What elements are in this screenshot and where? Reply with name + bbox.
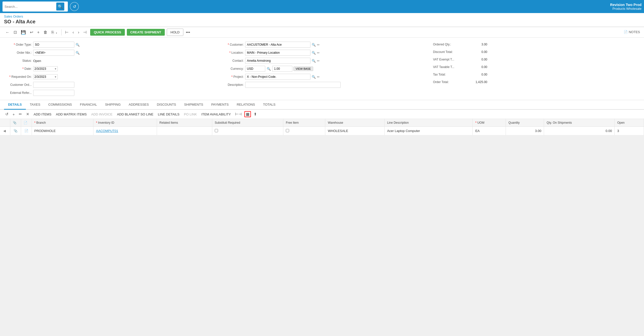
last-button[interactable]: ⊣: [82, 29, 88, 36]
save-local-button[interactable]: ⊡: [12, 29, 18, 36]
project-lookup[interactable]: 🔍: [311, 75, 316, 79]
vat-exempt-value: 0.00: [467, 58, 487, 61]
contact-lookup[interactable]: 🔍: [311, 59, 316, 63]
breadcrumb-parent[interactable]: Sales Orders: [4, 15, 23, 18]
history-button[interactable]: ↺: [70, 2, 79, 11]
tab-shipments[interactable]: SHIPMENTS: [180, 100, 207, 110]
copy-button[interactable]: ⎘ ▾: [50, 29, 59, 36]
order-type-input[interactable]: [33, 42, 74, 48]
requested-on-value[interactable]: [33, 75, 53, 79]
notes-button[interactable]: 📄 NOTES: [624, 30, 640, 34]
project-label: Project:: [216, 75, 244, 79]
tab-commissions[interactable]: COMMISSIONS: [44, 100, 76, 110]
fit-columns-button[interactable]: ⊢⊣: [234, 111, 243, 117]
view-base-button[interactable]: VIEW BASE: [293, 66, 313, 71]
free-item-checkbox[interactable]: [286, 129, 289, 132]
currency-rate-input[interactable]: [272, 66, 292, 72]
line-items-table: 📎 📄 Branch Inventory ID Related Items Su…: [0, 119, 644, 135]
project-input[interactable]: [245, 74, 310, 80]
tab-relations[interactable]: RELATIONS: [233, 100, 259, 110]
currency-lookup[interactable]: 🔍: [266, 67, 271, 71]
back-button[interactable]: ←: [4, 29, 11, 36]
item-availability-button[interactable]: ITEM AVAILABILITY: [200, 112, 232, 117]
tab-totals[interactable]: TOTALS: [259, 100, 279, 110]
hold-button[interactable]: HOLD: [167, 29, 183, 36]
more-button[interactable]: •••: [184, 29, 192, 36]
currency-input[interactable]: [245, 66, 265, 72]
location-input[interactable]: [245, 50, 310, 56]
tax-total-value: 0.00: [467, 73, 487, 76]
requested-on-input[interactable]: ▼: [33, 74, 58, 79]
row-free-item[interactable]: [283, 127, 325, 135]
add-button[interactable]: +: [36, 29, 41, 36]
row-substituti-required[interactable]: [212, 127, 283, 135]
notes-icon: 📄: [624, 30, 628, 34]
vat-taxable-value: 0.00: [467, 65, 487, 69]
row-attachment-cell[interactable]: 📎: [10, 127, 21, 135]
date-label: Date:: [4, 67, 32, 71]
col-line-description: Line Description: [385, 119, 473, 127]
next-button[interactable]: ›: [76, 29, 81, 36]
tab-details[interactable]: DETAILS: [4, 100, 26, 110]
refresh-button[interactable]: ↺: [4, 111, 10, 117]
row-doc-button[interactable]: 📄: [24, 129, 29, 133]
undo-button[interactable]: ↩: [28, 29, 35, 36]
customer-lookup[interactable]: 🔍: [311, 43, 316, 47]
row-expand-button[interactable]: ◀: [3, 129, 7, 133]
date-input[interactable]: ▼: [33, 66, 58, 71]
location-edit[interactable]: ✏: [317, 51, 320, 55]
quick-process-button[interactable]: QUICK PROCESS: [90, 29, 125, 36]
search-input[interactable]: [5, 5, 55, 9]
tab-taxes[interactable]: TAXES: [26, 100, 44, 110]
contact-input[interactable]: [245, 58, 310, 64]
page-title: SO - Alta Ace: [4, 18, 640, 27]
line-details-button[interactable]: LINE DETAILS: [156, 112, 181, 117]
search-box[interactable]: 🔍: [3, 2, 68, 12]
row-attachment-button[interactable]: 📎: [13, 129, 18, 133]
tab-addresses[interactable]: ADDRESSES: [125, 100, 153, 110]
column-chooser-button[interactable]: ▦: [244, 111, 251, 117]
breadcrumb: Sales Orders SO - Alta Ace: [0, 13, 644, 27]
contact-edit[interactable]: ✏: [317, 59, 320, 63]
customer-input[interactable]: [245, 42, 310, 48]
description-input[interactable]: [245, 82, 341, 88]
tab-financial[interactable]: FINANCIAL: [76, 100, 101, 110]
col-free-item: Free Item: [283, 119, 325, 127]
project-field: 🔍 ✏: [245, 74, 320, 80]
create-shipment-button[interactable]: CREATE SHIPMENT: [127, 29, 165, 36]
order-nbr-input[interactable]: [33, 50, 74, 56]
customer-edit[interactable]: ✏: [317, 43, 320, 47]
status-value: Open: [33, 59, 41, 63]
location-lookup[interactable]: 🔍: [311, 51, 316, 55]
row-inventory-id[interactable]: AACOMPUT01: [93, 127, 157, 135]
search-button[interactable]: 🔍: [56, 3, 64, 11]
date-value[interactable]: [33, 66, 53, 71]
inventory-id-link[interactable]: AACOMPUT01: [96, 129, 118, 133]
prev-button[interactable]: ‹: [71, 29, 75, 36]
first-button[interactable]: ⊢: [64, 29, 70, 36]
order-nbr-lookup[interactable]: 🔍: [75, 51, 80, 55]
save-button[interactable]: 💾: [19, 29, 27, 36]
ordered-qty-row: Ordered Qty.: 3.00: [433, 41, 640, 48]
customer-ord-input[interactable]: [33, 82, 74, 88]
add-matrix-items-button[interactable]: ADD MATRIX ITEMS: [55, 112, 88, 117]
tab-shipping[interactable]: SHIPPING: [101, 100, 125, 110]
add-blanket-so-line-button[interactable]: ADD BLANKET SO LINE: [116, 112, 155, 117]
project-edit[interactable]: ✏: [317, 75, 320, 79]
substituti-required-checkbox[interactable]: [215, 129, 218, 132]
company-info: Revision Two Prod Products Wholesale: [610, 3, 641, 11]
order-type-lookup[interactable]: 🔍: [75, 43, 80, 47]
tab-discounts[interactable]: DISCOUNTS: [153, 100, 180, 110]
customer-ord-row: Customer Ord...: [4, 81, 216, 88]
add-row-button[interactable]: +: [11, 112, 16, 117]
row-doc-cell[interactable]: 📄: [21, 127, 32, 135]
delete-button[interactable]: 🗑: [42, 29, 49, 36]
po-link-button[interactable]: PO LINK: [182, 112, 198, 117]
add-items-button[interactable]: ADD ITEMS: [32, 112, 53, 117]
add-invoice-button[interactable]: ADD INVOICE: [90, 112, 114, 117]
external-refer-input[interactable]: [33, 90, 74, 96]
delete-row-button[interactable]: ✕: [25, 111, 31, 117]
tab-payments[interactable]: PAYMENTS: [207, 100, 233, 110]
export-button[interactable]: ⬆: [252, 111, 258, 117]
edit-row-button[interactable]: ✏: [18, 111, 23, 117]
